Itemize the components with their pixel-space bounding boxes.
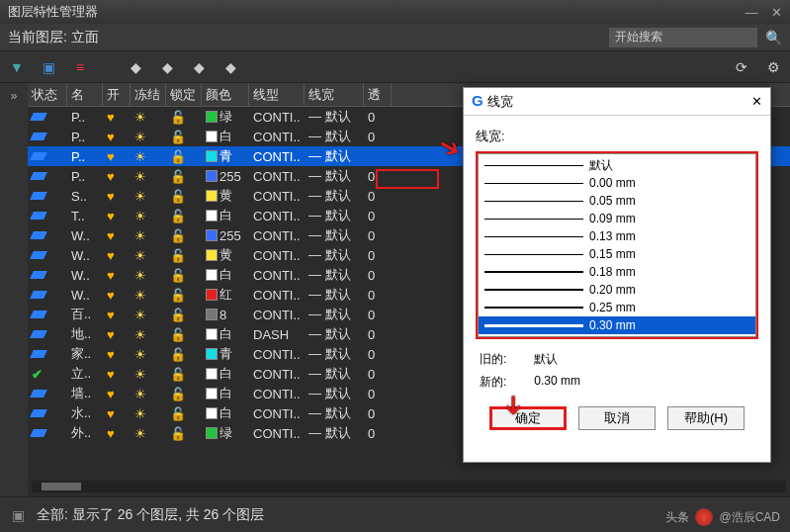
layers-icon-1[interactable]: ◆: [127, 58, 144, 76]
lineweight-option[interactable]: 0.09 mm: [479, 210, 755, 227]
layers-icon-2[interactable]: ◆: [158, 58, 176, 76]
lineweight-option[interactable]: 默认: [479, 156, 755, 174]
window-controls: — ✕: [735, 5, 782, 20]
col-name[interactable]: 名: [67, 83, 103, 106]
col-freeze[interactable]: 冻结: [131, 83, 166, 106]
dialog-info: 旧的: 新的: 默认 0.30 mm: [480, 351, 754, 391]
lineweight-option[interactable]: 0.00 mm: [479, 174, 755, 192]
lineweight-option[interactable]: 0.13 mm: [479, 227, 755, 245]
minimize-icon[interactable]: —: [745, 5, 757, 20]
close-icon[interactable]: ✕: [771, 5, 782, 20]
col-linetype[interactable]: 线型: [249, 83, 305, 106]
new-value: 0.30 mm: [534, 374, 580, 388]
search-input[interactable]: 开始搜索: [609, 28, 757, 47]
avatar-icon: [695, 508, 713, 526]
lineweight-option[interactable]: 0.30 mm: [479, 316, 755, 334]
collapse-strip[interactable]: »: [0, 83, 28, 496]
lineweight-option[interactable]: 0.15 mm: [479, 245, 755, 263]
horizontal-scrollbar[interactable]: [32, 481, 786, 492]
search-placeholder: 开始搜索: [615, 29, 662, 45]
filter-icon[interactable]: ▼: [8, 58, 26, 76]
layers-icon-4[interactable]: ◆: [221, 58, 239, 76]
new-label: 新的:: [480, 374, 506, 391]
lineweight-option[interactable]: 0.05 mm: [479, 192, 755, 210]
layers-icon-3[interactable]: ◆: [190, 58, 208, 76]
lineweight-option[interactable]: 0.25 mm: [479, 299, 755, 316]
window-title: 图层特性管理器: [8, 3, 98, 21]
statusbar-text: 全部: 显示了 26 个图层, 共 26 个图层: [37, 506, 264, 524]
dialog-titlebar: G线宽 ✕: [464, 88, 770, 116]
dialog-close-icon[interactable]: ✕: [751, 94, 762, 109]
lineweight-option[interactable]: 0.18 mm: [479, 263, 755, 281]
current-layer-value: 立面: [71, 29, 99, 44]
refresh-icon[interactable]: ⟳: [733, 58, 750, 76]
old-value: 默认: [534, 351, 580, 368]
lineweight-list[interactable]: 默认0.00 mm0.05 mm0.09 mm0.13 mm0.15 mm0.1…: [478, 153, 756, 337]
gear-icon[interactable]: ⚙: [764, 58, 782, 76]
credit-name: @浩辰CAD: [719, 509, 780, 526]
lineweight-list-highlight: 默认0.00 mm0.05 mm0.09 mm0.13 mm0.15 mm0.1…: [476, 151, 758, 339]
current-layer-prefix: 当前图层:: [8, 29, 67, 44]
col-status[interactable]: 状态: [28, 83, 67, 106]
dialog-title: 线宽: [487, 94, 513, 109]
help-button[interactable]: 帮助(H): [667, 406, 745, 430]
credit-prefix: 头条: [665, 509, 689, 526]
new-layer-icon[interactable]: ≡: [71, 58, 89, 76]
arrow-to-ok-icon: ➔: [498, 395, 529, 416]
current-layer-bar: 当前图层: 立面 开始搜索 🔍: [0, 24, 790, 51]
layer-state-icon[interactable]: ▣: [40, 58, 57, 76]
titlebar: 图层特性管理器 — ✕: [0, 0, 790, 24]
statusbar-icon[interactable]: ▣: [12, 507, 25, 523]
cancel-button[interactable]: 取消: [578, 406, 656, 430]
col-open[interactable]: 开: [103, 83, 131, 106]
app-logo-icon: G: [472, 92, 483, 109]
old-label: 旧的:: [480, 351, 506, 368]
lineweight-option[interactable]: 0.20 mm: [479, 281, 755, 299]
col-trans[interactable]: 透: [364, 83, 392, 106]
footer-credit: 头条 @浩辰CAD: [665, 508, 780, 526]
search-icon[interactable]: 🔍: [765, 30, 782, 45]
dialog-label: 线宽:: [476, 128, 758, 145]
col-lineweight[interactable]: 线宽: [305, 83, 364, 106]
col-color[interactable]: 颜色: [202, 83, 249, 106]
col-lock[interactable]: 锁定: [166, 83, 202, 106]
toolbar: ▼ ▣ ≡ ◆ ◆ ◆ ◆ ⟳ ⚙: [0, 51, 790, 83]
